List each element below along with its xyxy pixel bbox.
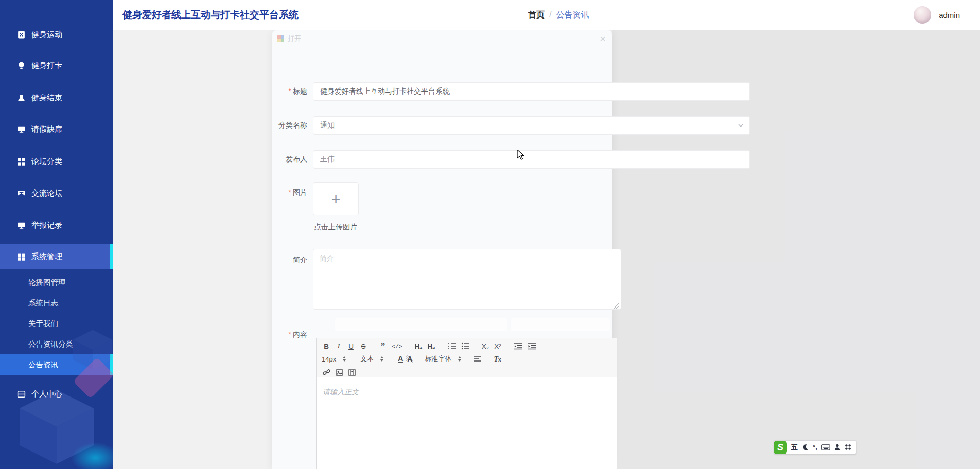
unordered-list-icon[interactable] — [460, 341, 470, 351]
title-label: *标题 — [272, 87, 307, 96]
username: admin — [939, 11, 960, 20]
breadcrumb: 首页 / 公告资讯 — [528, 0, 589, 30]
keyboard-icon[interactable] — [821, 444, 830, 450]
sidebar-item-personal-center[interactable]: 个人中心 — [0, 382, 113, 406]
sidebar-item-fitness-sport[interactable]: 健身运动 — [0, 22, 113, 47]
strikethrough-button[interactable]: S — [359, 341, 368, 351]
sidebar-item-label: 健身结束 — [31, 93, 62, 103]
sidebar-item-leave-absence[interactable]: 请假缺席 — [0, 117, 113, 141]
underline-button[interactable]: U — [346, 341, 356, 351]
indent-icon[interactable] — [527, 341, 537, 351]
spinner-icon[interactable] — [380, 356, 383, 362]
highlight-color-button[interactable]: A — [406, 355, 413, 363]
sidebar-item-fitness-end[interactable]: 健身结束 — [0, 85, 113, 110]
sidebar-item-forum-category[interactable]: 论坛分类 — [0, 149, 113, 174]
page-title: 健身爱好者线上互动与打卡社交平台系统 — [122, 0, 299, 30]
plus-icon: + — [331, 191, 341, 207]
apps-grid-icon[interactable] — [845, 444, 851, 450]
resize-handle[interactable] — [614, 303, 619, 309]
required-mark: * — [289, 330, 291, 338]
editor-placeholder: 请输入正文 — [323, 388, 610, 397]
clipboard-icon — [17, 30, 26, 39]
ordered-list-icon[interactable] — [447, 341, 457, 351]
font-color-button[interactable]: A — [398, 355, 403, 363]
publisher-label: 发布人 — [272, 155, 307, 164]
sidebar-subitem-banner-management[interactable]: 轮播图管理 — [0, 272, 113, 293]
close-icon[interactable]: × — [600, 33, 606, 44]
breadcrumb-home[interactable]: 首页 — [528, 10, 545, 21]
editor-toolbar: B I U S ” </> H₁ H₂ — [317, 338, 617, 377]
announcement-edit-dialog: 打开 × *标题 分类名称 发布人 *图片 + 点击上传图片 简介 *内容 — [272, 30, 612, 469]
outdent-icon[interactable] — [513, 341, 523, 351]
code-button[interactable]: </> — [391, 341, 404, 351]
paragraph-select[interactable]: 文本 — [360, 354, 374, 364]
sidebar-item-label: 健身运动 — [31, 30, 62, 40]
intro-label: 简介 — [272, 256, 307, 265]
sidebar-subitem-system-log[interactable]: 系统日志 — [0, 293, 113, 313]
sidebar-subitem-label: 关于我们 — [28, 319, 58, 329]
heading2-button[interactable]: H₂ — [426, 341, 436, 351]
clear-format-button[interactable]: Tx — [494, 355, 501, 364]
font-family-select[interactable]: 标准字体 — [425, 354, 451, 364]
sidebar-item-label: 个人中心 — [31, 389, 62, 399]
active-indicator — [110, 244, 113, 269]
moon-icon[interactable] — [802, 444, 809, 450]
ghost-button — [511, 318, 610, 331]
ime-punctuation-mode[interactable]: °, — [813, 443, 817, 451]
required-mark: * — [289, 188, 291, 196]
decorative-glow — [67, 440, 113, 469]
heading1-button[interactable]: H₁ — [414, 341, 424, 351]
breadcrumb-separator: / — [549, 10, 551, 20]
sidebar-subitem-about-us[interactable]: 关于我们 — [0, 313, 113, 334]
subscript-button[interactable]: X₂ — [481, 341, 490, 351]
sidebar-item-label: 交流论坛 — [31, 189, 62, 199]
font-size-select[interactable]: 14px — [322, 355, 336, 363]
upload-hint: 点击上传图片 — [314, 223, 357, 232]
image-upload-box[interactable]: + — [313, 182, 359, 215]
sidebar-item-label: 健身打卡 — [31, 61, 62, 70]
grid-icon — [17, 252, 26, 261]
sidebar-item-forum[interactable]: 交流论坛 — [0, 181, 113, 206]
sidebar-item-checkin[interactable]: 健身打卡 — [0, 53, 113, 78]
italic-button[interactable]: I — [334, 341, 343, 351]
bulb-icon — [17, 61, 26, 70]
ime-toolbar: S 五 °, — [774, 440, 856, 454]
publisher-input[interactable] — [313, 150, 750, 169]
image-label: *图片 — [272, 188, 307, 197]
sidebar-subitem-label: 公告资讯分类 — [28, 339, 73, 349]
image-icon[interactable] — [335, 367, 344, 377]
content-label: *内容 — [272, 330, 307, 339]
dialog-title: 打开 — [288, 34, 301, 43]
sidebar-subitem-announcement-category[interactable]: 公告资讯分类 — [0, 334, 113, 354]
sidebar-item-label: 论坛分类 — [31, 157, 62, 167]
monitor-icon — [17, 221, 26, 230]
sidebar: 健身运动 健身打卡 健身结束 请假缺席 论坛分类 — [0, 0, 113, 469]
user-menu[interactable]: admin — [914, 0, 960, 30]
monitor-icon — [17, 125, 26, 134]
editor-content[interactable]: 请输入正文 — [317, 377, 617, 469]
sidebar-subitem-announcement[interactable]: 公告资讯 — [0, 354, 113, 375]
superscript-button[interactable]: X² — [493, 341, 502, 351]
forum-icon — [17, 189, 26, 198]
ime-wubi-mode[interactable]: 五 — [791, 443, 798, 452]
id-card-icon — [17, 390, 26, 399]
category-select[interactable] — [313, 116, 750, 135]
sogou-logo-icon[interactable]: S — [774, 441, 787, 454]
blockquote-button[interactable]: ” — [378, 341, 388, 351]
intro-textarea[interactable] — [313, 249, 621, 310]
breadcrumb-current[interactable]: 公告资讯 — [556, 10, 589, 21]
sidebar-subitem-label: 系统日志 — [28, 298, 58, 308]
title-input[interactable] — [313, 82, 750, 101]
bold-button[interactable]: B — [322, 341, 331, 351]
sidebar-item-report-record[interactable]: 举报记录 — [0, 213, 113, 238]
sidebar-item-system-management[interactable]: 系统管理 — [0, 244, 113, 269]
grid-icon — [17, 157, 26, 166]
align-icon[interactable] — [472, 354, 482, 364]
avatar[interactable] — [914, 6, 931, 24]
link-icon[interactable] — [322, 367, 331, 377]
spinner-icon[interactable] — [343, 356, 346, 362]
video-icon[interactable] — [347, 367, 357, 377]
user-icon[interactable] — [834, 444, 841, 450]
spinner-icon[interactable] — [458, 356, 461, 362]
dialog-ghost-header: 打开 — [277, 34, 301, 43]
